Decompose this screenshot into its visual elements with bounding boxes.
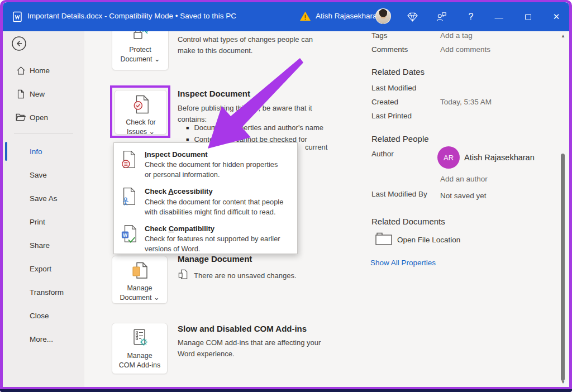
author-name[interactable]: Atish Rajasekharan — [464, 153, 535, 162]
last-modified-by-label: Last Modified By — [371, 190, 427, 198]
check-for-issues-icon — [132, 95, 150, 116]
sidebar-item-home[interactable]: Home — [3, 63, 84, 78]
tags-label: Tags — [371, 31, 388, 40]
bottom-edge-strip — [0, 389, 572, 392]
manage-document-button[interactable]: Manage Document ⌄ — [112, 256, 168, 304]
manage-document-label: Manage Document ⌄ — [120, 284, 160, 303]
premium-gem-icon[interactable] — [404, 8, 421, 25]
sidebar-item-close[interactable]: Close — [3, 308, 84, 323]
sidebar-item-label: Open — [30, 113, 48, 122]
sidebar-item-label: Save — [30, 171, 47, 179]
sidebar-item-label: Close — [30, 312, 49, 320]
com-addins-description: Manage COM add-ins that are affecting yo… — [178, 337, 321, 360]
minimize-button[interactable]: — — [490, 8, 507, 25]
sidebar-item-label: Home — [30, 66, 50, 75]
last-modified-by-value: Not saved yet — [440, 192, 487, 200]
protect-document-label: Protect Document ⌄ — [121, 45, 160, 64]
word-app-icon — [11, 10, 24, 23]
related-documents-heading: Related Documents — [371, 217, 445, 226]
manage-com-addins-icon — [130, 328, 149, 350]
author-avatar[interactable]: AR — [437, 146, 460, 169]
created-label: Created — [371, 98, 398, 106]
sidebar-item-info[interactable]: Info — [3, 144, 84, 159]
sidebar-item-open[interactable]: Open — [3, 109, 84, 125]
created-value: Today, 5:35 AM — [440, 98, 492, 106]
user-avatar[interactable] — [375, 8, 391, 24]
document-title: Important Details.docx - Compatibility M… — [27, 12, 236, 20]
check-compatibility-icon: W — [121, 223, 139, 254]
svg-text:W: W — [123, 232, 127, 238]
menu-item-title: Inspect Document — [145, 150, 208, 159]
check-for-issues-label: Check for Issues ⌄ — [126, 118, 156, 137]
scrollbar-thumb[interactable] — [561, 154, 565, 381]
check-for-issues-button[interactable]: Check for Issues ⌄ — [115, 90, 167, 135]
related-people-heading: Related People — [371, 134, 429, 144]
inspect-document-heading: Inspect Document — [178, 89, 250, 98]
sidebar-item-label: Transform — [30, 288, 64, 297]
manage-com-addins-button[interactable]: Manage COM Add-ins — [112, 323, 168, 374]
maximize-icon — [525, 14, 531, 20]
bullet-icon: ■ — [186, 137, 189, 142]
sidebar-item-export[interactable]: Export — [3, 261, 84, 276]
titlebar: Important Details.docx - Compatibility M… — [3, 2, 569, 31]
sidebar-item-transform[interactable]: Transform — [3, 284, 84, 300]
inspect-document-icon — [121, 149, 139, 180]
sidebar-item-label: Print — [30, 218, 45, 226]
menu-item-description: Check the document for hidden properties… — [145, 160, 278, 180]
menu-item-inspect-document[interactable]: Inspect Document Check the document for … — [114, 146, 297, 183]
manage-document-icon — [131, 262, 148, 282]
maximize-button[interactable] — [519, 8, 536, 25]
new-document-icon — [15, 88, 26, 99]
menu-item-description: Check for features not supported by earl… — [145, 234, 280, 254]
sidebar-item-new[interactable]: New — [3, 86, 84, 102]
show-all-properties-link[interactable]: Show All Properties — [370, 259, 436, 267]
help-icon[interactable]: ? — [463, 8, 479, 25]
author-label: Author — [371, 150, 394, 158]
warning-icon[interactable] — [299, 11, 311, 22]
word-backstage-window: Protect Document ⌄ Control what types of… — [3, 2, 569, 387]
protect-document-description: Control what types of changes people can… — [178, 34, 313, 56]
feedback-icon[interactable] — [433, 8, 450, 25]
check-for-issues-dropdown: Inspect Document Check the document for … — [113, 142, 298, 254]
folder-icon — [375, 231, 393, 248]
menu-item-description: Check the document for content that peop… — [145, 197, 283, 217]
com-addins-heading: Slow and Disabled COM Add-ins — [178, 324, 307, 333]
sidebar-divider — [14, 133, 73, 133]
open-file-location-button[interactable]: Open File Location — [375, 231, 460, 248]
menu-item-check-accessibility[interactable]: Check Accessibility Check the document f… — [114, 183, 297, 220]
menu-item-title: Check Accessibility — [145, 187, 213, 195]
screenshot-frame: Protect Document ⌄ Control what types of… — [0, 0, 572, 392]
menu-item-check-compatibility[interactable]: W Check Compatibility Check for features… — [114, 221, 297, 257]
scrollbar[interactable]: ▲ ▼ — [560, 31, 566, 387]
last-printed-label: Last Printed — [371, 112, 412, 120]
scrollbar-up-arrow[interactable]: ▲ — [560, 34, 566, 39]
related-dates-heading: Related Dates — [371, 67, 425, 77]
unsaved-changes-text: There are no unsaved changes. — [194, 271, 297, 280]
home-icon — [15, 65, 26, 76]
inspect-bullet-1: ■Document properties and author's name — [186, 123, 323, 132]
back-button[interactable] — [11, 35, 27, 52]
sidebar-item-label: New — [30, 90, 45, 98]
tags-value[interactable]: Add a tag — [440, 31, 473, 40]
sidebar-item-more[interactable]: More... — [3, 331, 84, 347]
unsaved-changes-row: There are no unsaved changes. — [178, 269, 297, 282]
open-folder-icon — [15, 112, 26, 123]
manage-com-addins-label: Manage COM Add-ins — [119, 351, 160, 370]
user-name[interactable]: Atish Rajasekharan — [316, 12, 381, 20]
sidebar-item-save[interactable]: Save — [3, 167, 84, 183]
sidebar-item-save-as[interactable]: Save As — [3, 190, 84, 206]
sidebar-item-label: Export — [30, 265, 51, 273]
inspect-document-description: Before publishing this file, be aware th… — [178, 103, 312, 125]
close-button[interactable]: ✕ — [548, 8, 565, 25]
sidebar-item-print[interactable]: Print — [3, 214, 84, 230]
scrollbar-down-arrow[interactable]: ▼ — [560, 380, 566, 385]
sidebar-item-label: Share — [30, 241, 50, 250]
inspect-bullet-overflow-text: current — [305, 143, 327, 151]
comments-value[interactable]: Add comments — [440, 45, 490, 54]
sidebar-item-label: More... — [30, 335, 53, 343]
sidebar-item-label: Save As — [30, 194, 58, 203]
bullet-icon: ■ — [186, 125, 189, 131]
add-author-field[interactable]: Add an author — [440, 175, 488, 183]
sidebar-item-share[interactable]: Share — [3, 237, 84, 253]
comments-label: Comments — [371, 45, 408, 54]
